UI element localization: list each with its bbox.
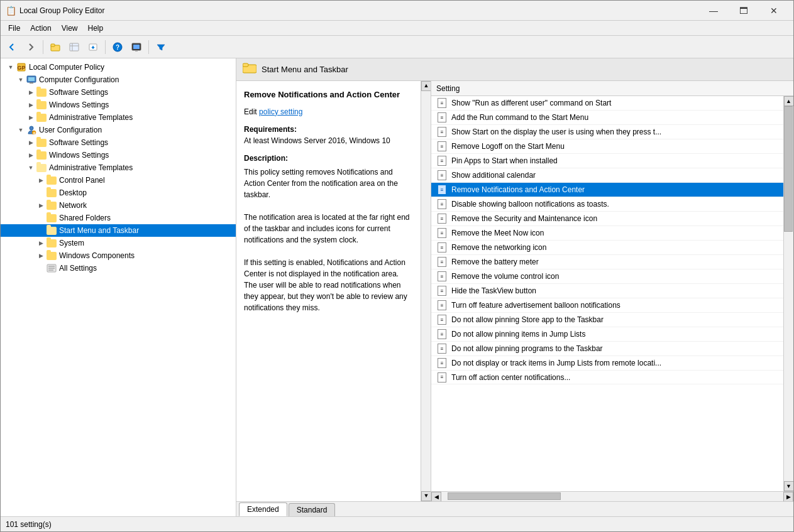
statusbar: 101 setting(s) xyxy=(1,516,793,531)
toolbar-separator-2 xyxy=(105,40,106,54)
setting-name: Hide the TaskView button xyxy=(451,286,778,295)
expand-icon: ▼ xyxy=(16,75,26,85)
scroll-down-button[interactable]: ▼ xyxy=(421,491,431,501)
menu-file[interactable]: File xyxy=(3,23,25,34)
titlebar-buttons: — 🗖 ✕ xyxy=(699,2,788,19)
tree-item-all-settings[interactable]: ▶ All Settings xyxy=(1,262,236,274)
setting-name: Do not allow pinning Store app to the Ta… xyxy=(451,315,778,324)
setting-row[interactable]: ≡ Do not allow pinning programs to the T… xyxy=(431,342,783,356)
scroll-up-button[interactable]: ▲ xyxy=(421,81,431,91)
scroll-right-btn[interactable]: ▶ xyxy=(783,492,793,502)
setting-row[interactable]: ≡ Do not allow pinning Store app to the … xyxy=(431,313,783,327)
tree-item-admin-templates-2[interactable]: ▼ Administrative Templates xyxy=(1,161,236,174)
setting-icon: ≡ xyxy=(436,315,448,325)
tree-label: Network xyxy=(59,201,87,210)
setting-row[interactable]: ≡ Remove the networking icon xyxy=(431,241,783,255)
expand-icon: ▶ xyxy=(26,87,36,97)
menu-help[interactable]: Help xyxy=(83,23,109,34)
tree-item-system[interactable]: ▶ System xyxy=(1,237,236,249)
folder-icon xyxy=(46,200,57,210)
scroll-down-btn[interactable]: ▼ xyxy=(784,481,794,491)
tree-item-start-menu-taskbar[interactable]: ▶ Start Menu and Taskbar xyxy=(1,224,236,237)
menu-action[interactable]: Action xyxy=(25,23,56,34)
setting-row[interactable]: ≡ Remove the Meet Now icon xyxy=(431,226,783,241)
setting-row[interactable]: ≡ Remove Logoff on the Start Menu xyxy=(431,139,783,154)
setting-icon: ≡ xyxy=(436,112,448,122)
tree-item-network[interactable]: ▶ Network xyxy=(1,199,236,212)
scroll-thumb[interactable] xyxy=(784,106,793,232)
filter-button[interactable] xyxy=(152,38,170,56)
setting-icon: ≡ xyxy=(436,358,448,368)
tree-item-windows-settings-2[interactable]: ▶ Windows Settings xyxy=(1,149,236,161)
setting-name: Disable showing balloon notifications as… xyxy=(451,200,778,209)
tree-item-desktop[interactable]: ▶ Desktop xyxy=(1,187,236,199)
tree-item-control-panel[interactable]: ▶ Control Panel xyxy=(1,174,236,187)
policy-icon: GP xyxy=(16,62,27,72)
export-button[interactable] xyxy=(84,38,102,56)
view-button[interactable] xyxy=(65,38,83,56)
tree-item-software-settings-2[interactable]: ▶ Software Settings xyxy=(1,136,236,149)
setting-row[interactable]: ≡ Hide the TaskView button xyxy=(431,284,783,298)
tree-item-admin-templates-1[interactable]: ▶ Administrative Templates xyxy=(1,111,236,124)
setting-column-label: Setting xyxy=(436,84,460,93)
minimize-button[interactable]: — xyxy=(699,2,728,19)
setting-row[interactable]: ≡ Pin Apps to Start when installed xyxy=(431,154,783,168)
setting-name: Turn off feature advertisement balloon n… xyxy=(451,301,778,310)
content-header: Start Menu and Taskbar xyxy=(236,58,793,81)
tree-item-local-computer-policy[interactable]: ▼ GP Local Computer Policy xyxy=(1,61,236,73)
setting-row-partial[interactable]: ≡ Turn off action center notifications..… xyxy=(431,371,783,384)
tree-item-shared-folders[interactable]: ▶ Shared Folders xyxy=(1,212,236,224)
svg-rect-15 xyxy=(30,82,33,84)
policy-setting-link[interactable]: policy setting xyxy=(259,107,302,116)
maximize-button[interactable]: 🗖 xyxy=(729,2,758,19)
tree-item-windows-components[interactable]: ▶ Windows Components xyxy=(1,249,236,262)
description-panel: ▲ ▼ Remove Notifications and Action Cent… xyxy=(236,81,431,501)
setting-row[interactable]: ≡ Remove the volume control icon xyxy=(431,269,783,284)
back-button[interactable] xyxy=(3,38,21,56)
setting-icon: ≡ xyxy=(436,329,448,339)
folder-icon xyxy=(46,175,57,185)
expand-icon: ▶ xyxy=(26,138,36,148)
setting-row-selected[interactable]: ≡ Remove Notifications and Action Center xyxy=(431,183,783,197)
setting-name: Remove the Meet Now icon xyxy=(451,229,778,237)
tree-label: Software Settings xyxy=(49,88,108,97)
setting-row[interactable]: ≡ Show Start on the display the user is … xyxy=(431,125,783,139)
tab-standard[interactable]: Standard xyxy=(289,503,336,516)
scroll-track[interactable] xyxy=(784,106,793,481)
setting-row[interactable]: ≡ Show additional calendar xyxy=(431,168,783,183)
setting-row[interactable]: ≡ Show "Run as different user" command o… xyxy=(431,96,783,111)
toolbar-separator-1 xyxy=(43,40,43,54)
tab-extended[interactable]: Extended xyxy=(239,502,287,516)
setting-name: Show additional calendar xyxy=(451,171,778,180)
setting-row[interactable]: ≡ Do not allow pinning items in Jump Lis… xyxy=(431,327,783,342)
settings-column-header: Setting xyxy=(431,81,793,96)
tree-item-computer-configuration[interactable]: ▼ Computer Configuration xyxy=(1,73,236,86)
setting-row[interactable]: ≡ Add the Run command to the Start Menu xyxy=(431,111,783,125)
tree-item-windows-settings-1[interactable]: ▶ Windows Settings xyxy=(1,99,236,111)
folder-icon xyxy=(36,163,47,173)
forward-button[interactable] xyxy=(22,38,40,56)
close-button[interactable]: ✕ xyxy=(759,2,788,19)
setting-row[interactable]: ≡ Disable showing balloon notifications … xyxy=(431,197,783,212)
setting-name: Remove Notifications and Action Center xyxy=(451,185,778,194)
scroll-up-btn[interactable]: ▲ xyxy=(784,96,794,106)
setting-row[interactable]: ≡ Turn off feature advertisement balloon… xyxy=(431,298,783,313)
tree-item-software-settings-1[interactable]: ▶ Software Settings xyxy=(1,86,236,99)
sidebar-tree: ▼ GP Local Computer Policy ▼ xyxy=(1,58,236,516)
setting-row[interactable]: ≡ Remove the battery meter xyxy=(431,255,783,269)
setting-row[interactable]: ≡ Do not display or track items in Jump … xyxy=(431,356,783,371)
svg-point-16 xyxy=(30,126,33,130)
setting-icon: ≡ xyxy=(436,127,448,137)
setting-row[interactable]: ≡ Remove the Security and Maintenance ic… xyxy=(431,212,783,226)
scroll-left-btn[interactable]: ◀ xyxy=(431,492,441,502)
open-folder-button[interactable] xyxy=(47,38,64,56)
menu-view[interactable]: View xyxy=(57,23,83,34)
horiz-scroll-thumb[interactable] xyxy=(448,492,561,500)
setting-name: Remove the networking icon xyxy=(451,243,778,252)
tree-item-user-configuration[interactable]: ▼ ⚙ User Configuration xyxy=(1,124,236,136)
horiz-scroll-track[interactable] xyxy=(441,492,783,501)
svg-rect-10 xyxy=(135,50,138,52)
help-button[interactable]: ? xyxy=(109,38,126,56)
requirements-label: Requirements: xyxy=(244,125,297,134)
screen-button[interactable] xyxy=(128,38,145,56)
